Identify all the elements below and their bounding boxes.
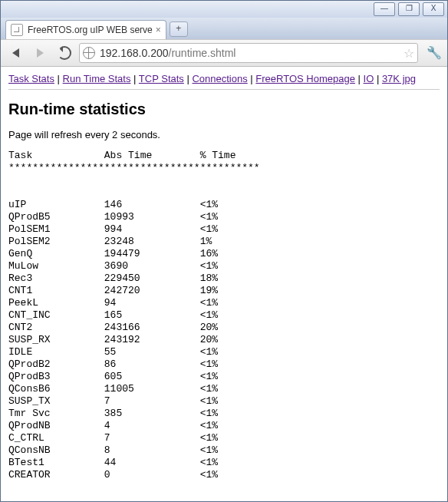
globe-icon: [83, 47, 95, 59]
reload-button[interactable]: [54, 44, 74, 62]
link-tcp-stats[interactable]: TCP Stats: [139, 73, 184, 84]
browser-tab[interactable]: FreeRTOS.org uIP WEB serve ×: [5, 20, 166, 39]
window-titlebar: — ❐ X: [1, 1, 447, 18]
address-bar[interactable]: 192.168.0.200/runtime.shtml ☆: [79, 43, 418, 63]
link-io[interactable]: IO: [364, 73, 374, 84]
nav-sep: |: [248, 73, 256, 84]
reload-icon: [58, 46, 71, 60]
new-tab-button[interactable]: +: [170, 21, 188, 37]
window-maximize-button[interactable]: ❐: [398, 2, 420, 16]
link-connections[interactable]: Connections: [192, 73, 247, 84]
link-freertos-home[interactable]: FreeRTOS Homepage: [255, 73, 355, 84]
wrench-menu-button[interactable]: 🔧: [423, 44, 443, 62]
nav-sep: |: [184, 73, 193, 84]
arrow-left-icon: [12, 48, 19, 58]
link-run-time-stats[interactable]: Run Time Stats: [63, 73, 131, 84]
nav-sep: |: [54, 73, 63, 84]
tab-strip: FreeRTOS.org uIP WEB serve × +: [1, 18, 447, 39]
back-button[interactable]: [5, 44, 25, 62]
window-minimize-button[interactable]: —: [374, 2, 395, 16]
nav-sep: |: [130, 73, 138, 84]
refresh-note: Page will refresh every 2 seconds.: [8, 129, 440, 140]
page-title: Run-time statistics: [8, 101, 440, 118]
browser-toolbar: 192.168.0.200/runtime.shtml ☆ 🔧: [1, 39, 447, 67]
top-nav-links: Task Stats | Run Time Stats | TCP Stats …: [8, 73, 440, 90]
forward-button[interactable]: [30, 44, 50, 62]
bookmark-star-icon[interactable]: ☆: [404, 46, 414, 61]
wrench-icon: 🔧: [427, 47, 439, 59]
browser-window: — ❐ X FreeRTOS.org uIP WEB serve × + 192…: [0, 0, 448, 502]
tab-title: FreeRTOS.org uIP WEB serve: [28, 25, 153, 35]
url-path: /runtime.shtml: [169, 47, 236, 59]
url-host: 192.168.0.200: [100, 47, 169, 59]
page-content: Task Stats | Run Time Stats | TCP Stats …: [1, 67, 447, 501]
arrow-right-icon: [37, 48, 44, 58]
link-37k-jpg[interactable]: 37K jpg: [382, 73, 416, 84]
link-task-stats[interactable]: Task Stats: [8, 73, 54, 84]
tab-close-icon[interactable]: ×: [156, 25, 161, 35]
runtime-stats-table: Task Abs Time % Time *******************…: [8, 150, 440, 481]
page-favicon-icon: [11, 24, 23, 36]
nav-sep: |: [374, 73, 382, 84]
nav-sep: |: [355, 73, 364, 84]
window-close-button[interactable]: X: [423, 2, 444, 16]
